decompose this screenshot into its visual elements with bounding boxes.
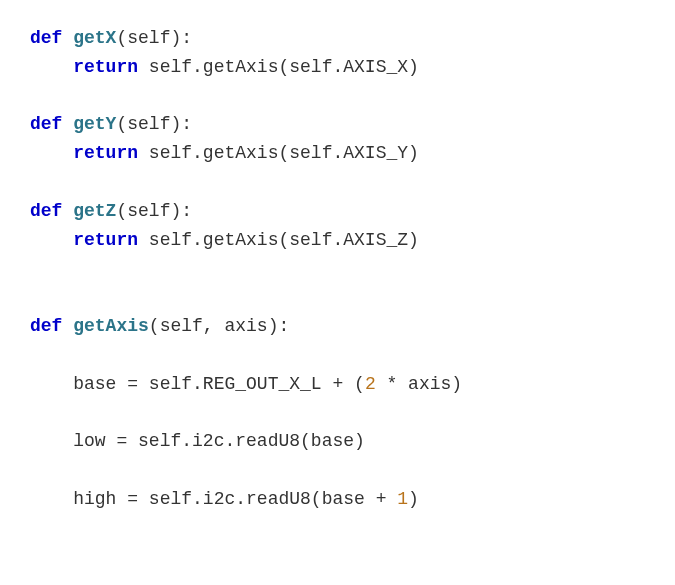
code-token: return [73, 230, 138, 250]
code-token: ) [408, 489, 419, 509]
code-token: self.getAxis(self.AXIS_Z) [138, 230, 419, 250]
code-line: return self.getAxis(self.AXIS_Y) [30, 139, 645, 168]
code-line [30, 254, 645, 283]
code-line [30, 456, 645, 485]
code-token: high = self.i2c.readU8(base + [73, 489, 397, 509]
code-token: getX [73, 28, 116, 48]
code-line [30, 341, 645, 370]
code-line: base = self.REG_OUT_X_L + (2 * axis) [30, 370, 645, 399]
code-line: high = self.i2c.readU8(base + 1) [30, 485, 645, 514]
code-token: getZ [73, 201, 116, 221]
code-token: (self): [116, 114, 192, 134]
code-line: low = self.i2c.readU8(base) [30, 427, 645, 456]
code-line: return self.getAxis(self.AXIS_X) [30, 53, 645, 82]
code-token: return [73, 143, 138, 163]
code-line [30, 82, 645, 111]
code-token: def [30, 316, 73, 336]
code-line [30, 398, 645, 427]
code-token: def [30, 28, 73, 48]
code-line: def getX(self): [30, 24, 645, 53]
code-token: * axis) [376, 374, 462, 394]
code-token: self.getAxis(self.AXIS_X) [138, 57, 419, 77]
code-token: (self): [116, 201, 192, 221]
code-token: (self): [116, 28, 192, 48]
code-line [30, 283, 645, 312]
code-block: def getX(self): return self.getAxis(self… [30, 24, 645, 514]
code-line: return self.getAxis(self.AXIS_Z) [30, 226, 645, 255]
code-line: def getZ(self): [30, 197, 645, 226]
code-token: self.getAxis(self.AXIS_Y) [138, 143, 419, 163]
code-token: getY [73, 114, 116, 134]
code-token: def [30, 201, 73, 221]
code-token: (self, axis): [149, 316, 289, 336]
code-token: 2 [365, 374, 376, 394]
code-token: return [73, 57, 138, 77]
code-token: getAxis [73, 316, 149, 336]
code-token: def [30, 114, 73, 134]
code-token: low = self.i2c.readU8(base) [73, 431, 365, 451]
code-token: 1 [397, 489, 408, 509]
code-token: base = self.REG_OUT_X_L + ( [73, 374, 365, 394]
code-line: def getAxis(self, axis): [30, 312, 645, 341]
code-line: def getY(self): [30, 110, 645, 139]
code-line [30, 168, 645, 197]
